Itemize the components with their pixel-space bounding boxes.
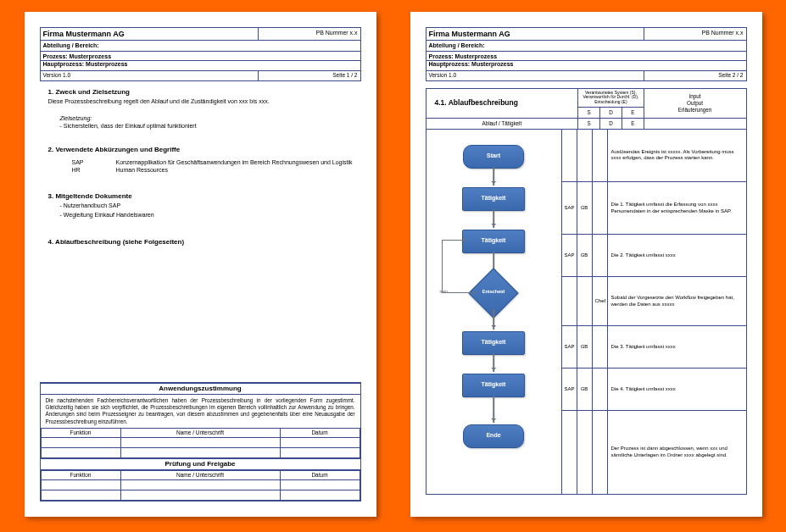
col-date: Datum — [280, 428, 360, 437]
section-1-text: Diese Prozessbeschreibung regelt den Abl… — [48, 98, 353, 106]
section-2-title: 2. Verwendete Abkürzungen und Begriffe — [48, 146, 353, 154]
col-d: D — [600, 107, 622, 118]
document-page-1: Firma Mustermann AG PB Nummer x.x Abteil… — [25, 12, 376, 517]
def-value: Konzernapplikation für Geschäftsanwendun… — [116, 159, 353, 167]
process-label: Prozess: Musterprozess — [426, 52, 746, 61]
process-label: Prozess: Musterprozess — [40, 52, 360, 61]
flow-note: Auslösendes Ereignis ist xxxxx. Als Vorb… — [607, 130, 746, 182]
flow-body: Start Tätigkeit Tätigkeit Entscheid nein — [426, 130, 747, 495]
section-1-title: 1. Zweck und Zielsetzung — [48, 88, 353, 97]
main-process-label: Hauptprozess: Musterprozess — [426, 61, 746, 70]
node-activity: Tätigkeit — [462, 374, 525, 397]
flow-diagram: Start Tätigkeit Tätigkeit Entscheid nein — [426, 130, 561, 494]
def-key: SAP — [72, 159, 106, 167]
doc-item: - Wegleitung Einkauf Handelswaren — [60, 212, 353, 219]
approval-text: Die nachstehenden Fachbereichsverantwort… — [41, 395, 360, 428]
col-date: Datum — [280, 470, 360, 479]
node-activity: Tätigkeit — [462, 230, 525, 253]
flow-note: Sobald der Vorgesetzte den Workflow frei… — [607, 277, 746, 326]
release-sign-table: Funktion Name / Unterschrift Datum — [41, 470, 360, 501]
section-4-title: 4. Ablaufbeschreibung (siehe Folgeseiten… — [48, 238, 353, 247]
node-start: Start — [463, 145, 524, 169]
pb-number: PB Nummer x.x — [644, 28, 746, 41]
col-io: Input Output Erläuterungen — [644, 88, 746, 118]
node-activity: Tätigkeit — [462, 187, 525, 211]
page1-body: 1. Zweck und Zielsetzung Diese Prozessbe… — [40, 81, 361, 252]
page-indicator: Seite 1 / 2 — [258, 70, 360, 80]
page1-header: Firma Mustermann AG PB Nummer x.x Abteil… — [40, 27, 361, 81]
col-e: E — [622, 107, 644, 118]
company-name: Firma Mustermann AG — [426, 28, 644, 41]
col-flow: Ablauf / Tätigkeit — [426, 118, 578, 129]
flow-note: Die 1. Tätigkeit umfasst die Erfassung v… — [607, 182, 746, 235]
col-name: Name / Unterschrift — [120, 428, 280, 437]
node-activity: Tätigkeit — [462, 331, 525, 355]
col-function: Funktion — [41, 470, 120, 479]
flow-note: Die 4. Tätigkeit umfasst xxxx — [607, 369, 746, 411]
approval-sign-table: Funktion Name / Unterschrift Datum — [41, 428, 360, 458]
definition-row: HR Human Ressources — [72, 167, 353, 175]
section-41-title: 4.1. Ablaufbeschreibung — [426, 88, 578, 118]
section-3-title: 3. Mitgeltende Dokumente — [48, 192, 353, 201]
col-function: Funktion — [41, 428, 120, 437]
approval-block: Anwendungszustimmung Die nachstehenden F… — [40, 382, 361, 502]
col-name: Name / Unterschrift — [120, 470, 280, 479]
release-title: Prüfung und Freigabe — [41, 458, 360, 470]
department-label: Abteilung / Bereich: — [426, 41, 746, 52]
goal-item: - Sicherstellen, dass der Einkauf optima… — [60, 123, 353, 130]
definition-row: SAP Konzernapplikation für Geschäftsanwe… — [72, 159, 353, 167]
doc-item: - Nutzerhandbuch SAP — [60, 202, 353, 210]
main-process-label: Hauptprozess: Musterprozess — [40, 61, 360, 70]
page2-header: Firma Mustermann AG PB Nummer x.x Abteil… — [426, 27, 747, 81]
node-end: Ende — [463, 424, 524, 448]
def-key: HR — [72, 167, 106, 175]
version: Version 1.0 — [426, 70, 644, 80]
department-label: Abteilung / Bereich: — [40, 41, 360, 52]
approval-title: Anwendungszustimmung — [41, 383, 360, 395]
pb-number: PB Nummer x.x — [258, 28, 360, 41]
document-page-2: Firma Mustermann AG PB Nummer x.x Abteil… — [410, 12, 762, 517]
legend: Verantwortetes System (S), Verantwortlic… — [578, 88, 644, 107]
goal-label: Zielsetzung: — [60, 115, 353, 123]
version: Version 1.0 — [40, 70, 258, 80]
flow-header: 4.1. Ablaufbeschreibung Verantwortetes S… — [426, 88, 747, 130]
flow-note: Der Prozess ist dann abgeschlossen, wenn… — [607, 411, 746, 495]
flow-note: Die 2. Tätigkeit umfasst xxxx — [607, 235, 746, 277]
col-s: S — [578, 107, 600, 118]
company-name: Firma Mustermann AG — [40, 28, 258, 41]
def-value: Human Ressources — [116, 167, 353, 175]
page-indicator: Seite 2 / 2 — [644, 70, 746, 80]
flow-note: Die 3. Tätigkeit umfasst xxxx — [607, 326, 746, 369]
